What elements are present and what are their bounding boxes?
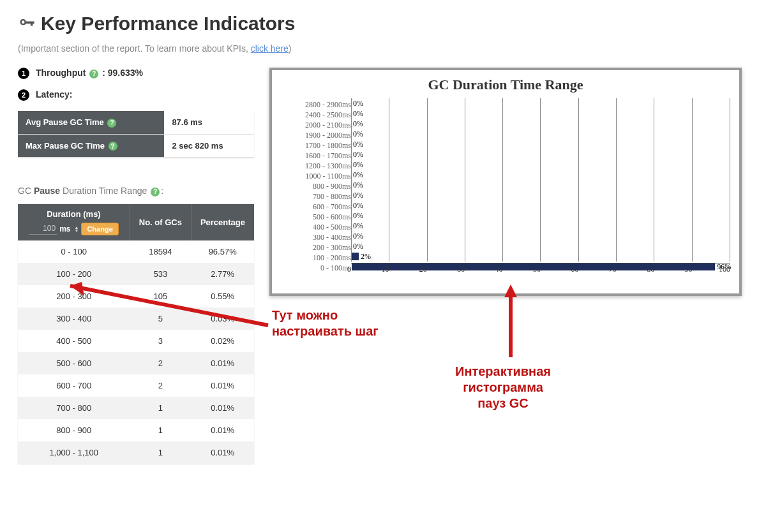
- chart-bar-label: 0%: [353, 99, 363, 108]
- chart-bar-label: 0%: [353, 170, 363, 180]
- chart-bar-label: 0%: [353, 191, 363, 200]
- arrow-to-step: [51, 274, 274, 351]
- left-column: 1 Throughput ? : 99.633% 2 Latency: Avg …: [18, 68, 254, 464]
- chart-bar-label: 0%: [353, 129, 363, 139]
- chart-bar[interactable]: [352, 253, 359, 260]
- chart-bar-label: 0%: [353, 232, 363, 241]
- table-row: 500 - 60020.01%: [18, 352, 254, 374]
- table-row: 600 - 70020.01%: [18, 374, 254, 397]
- svg-marker-1: [70, 282, 84, 296]
- svg-line-0: [70, 286, 268, 325]
- key-icon: [18, 15, 36, 33]
- chart-bar-label: 0%: [353, 119, 363, 129]
- table-row: Max Pause GC Time ? 2 sec 820 ms: [18, 134, 254, 158]
- latency-table: Avg Pause GC Time ? 87.6 ms Max Pause GC…: [18, 111, 254, 158]
- table-row: 800 - 90010.01%: [18, 419, 254, 441]
- chart-y-labels: 2800 - 2900ms2400 - 2500ms2000 - 2100ms1…: [281, 98, 351, 287]
- chart-bar-label: 0%: [353, 140, 363, 149]
- chart-bar-label: 2%: [361, 252, 371, 262]
- col-pct: Percentage: [191, 204, 254, 240]
- chart-bar-label: 0%: [353, 150, 363, 159]
- col-duration: Duration (ms) ms ▲▼ Change: [18, 204, 130, 240]
- change-button[interactable]: Change: [81, 223, 118, 235]
- chart-bar-label: 0%: [353, 201, 363, 211]
- latency-line: 2 Latency:: [18, 89, 254, 101]
- help-icon[interactable]: ?: [89, 70, 98, 78]
- help-icon[interactable]: ?: [107, 119, 116, 128]
- page-title: Key Performance Indicators: [18, 13, 748, 34]
- chart-bar-label: 0%: [353, 242, 363, 251]
- kpi-learn-more-link[interactable]: click here: [251, 43, 289, 54]
- throughput-line: 1 Throughput ? : 99.633%: [18, 68, 254, 79]
- chart-bar-label: 0%: [353, 211, 363, 221]
- annotation-step: Тут можно настраивать шаг: [272, 307, 412, 339]
- chart-plot-area: 0%0%0%0%0%0%0%0%0%0%0%0%0%0%0%2%96% 0102…: [351, 98, 730, 287]
- page-title-text: Key Performance Indicators: [41, 13, 295, 34]
- duration-step-input[interactable]: [29, 223, 57, 235]
- arrow-to-chart: [502, 281, 527, 364]
- table-row: Avg Pause GC Time ? 87.6 ms: [18, 111, 254, 134]
- chart-bar-label: 0%: [353, 109, 363, 119]
- badge-1: 1: [18, 68, 29, 79]
- right-column: GC Duration Time Range 2800 - 2900ms2400…: [269, 68, 748, 296]
- chart-bar-label: 0%: [353, 160, 363, 170]
- chart-bar-label: 0%: [353, 221, 363, 231]
- sort-icon[interactable]: ▲▼: [74, 226, 79, 232]
- svg-marker-3: [504, 284, 517, 297]
- chart-frame[interactable]: GC Duration Time Range 2800 - 2900ms2400…: [269, 68, 742, 296]
- badge-2: 2: [18, 89, 29, 101]
- table-row: 700 - 80010.01%: [18, 397, 254, 419]
- help-icon[interactable]: ?: [151, 188, 160, 196]
- help-icon[interactable]: ?: [109, 142, 117, 151]
- col-count: No. of GCs: [130, 204, 191, 240]
- page-subtitle: (Important section of the report. To lea…: [18, 43, 748, 54]
- annotation-histogram: Интерактивная гистограмма пауз GC: [426, 364, 580, 411]
- duration-section-label: GC Pause Duration Time Range ?:: [18, 186, 254, 196]
- chart-bar-label: 0%: [353, 181, 363, 190]
- chart-title: GC Duration Time Range: [281, 77, 730, 93]
- table-row: 0 - 1001859496.57%: [18, 240, 254, 263]
- chart-x-ticks: 0102030405060708090100: [351, 265, 730, 274]
- table-row: 1,000 - 1,10010.01%: [18, 441, 254, 464]
